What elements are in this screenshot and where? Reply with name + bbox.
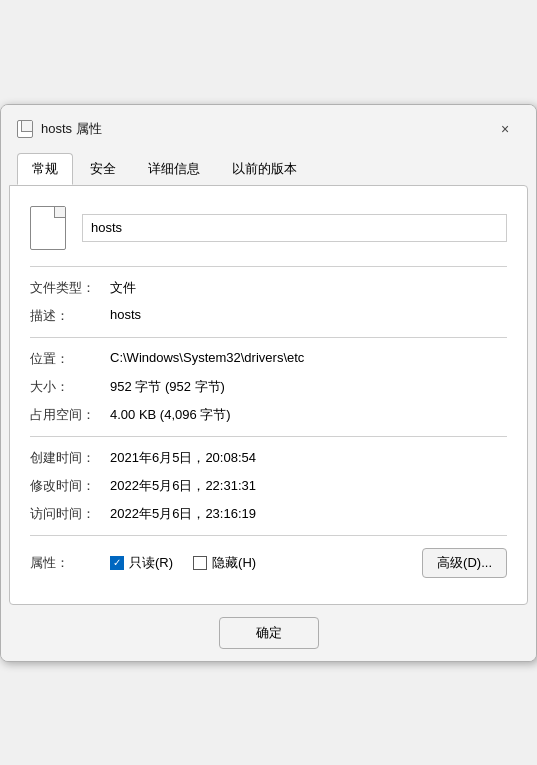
divider-3 <box>30 436 507 437</box>
tab-details[interactable]: 详细信息 <box>133 153 215 185</box>
hidden-checkbox[interactable]: 隐藏(H) <box>193 554 256 572</box>
location-row: 位置： C:\Windows\System32\drivers\etc <box>30 350 507 368</box>
description-label: 描述： <box>30 307 110 325</box>
accessed-row: 访问时间： 2022年5月6日，23:16:19 <box>30 505 507 523</box>
divider-2 <box>30 337 507 338</box>
size-value: 952 字节 (952 字节) <box>110 378 507 396</box>
file-name-input[interactable] <box>82 214 507 242</box>
filetype-label: 文件类型： <box>30 279 110 297</box>
title-bar-left: hosts 属性 <box>17 120 102 138</box>
description-row: 描述： hosts <box>30 307 507 325</box>
attributes-controls: 只读(R) 隐藏(H) 高级(D)... <box>110 548 507 578</box>
tab-content: 文件类型： 文件 描述： hosts 位置： C:\Windows\System… <box>9 185 528 605</box>
hidden-label: 隐藏(H) <box>212 554 256 572</box>
close-button[interactable]: × <box>490 117 520 141</box>
tab-bar: 常规 安全 详细信息 以前的版本 <box>1 145 536 185</box>
description-value: hosts <box>110 307 507 322</box>
modified-value: 2022年5月6日，22:31:31 <box>110 477 507 495</box>
advanced-button[interactable]: 高级(D)... <box>422 548 507 578</box>
modified-row: 修改时间： 2022年5月6日，22:31:31 <box>30 477 507 495</box>
file-icon <box>30 206 66 250</box>
disksize-value: 4.00 KB (4,096 字节) <box>110 406 507 424</box>
attributes-label: 属性： <box>30 554 110 572</box>
ok-button[interactable]: 确定 <box>219 617 319 649</box>
window: hosts 属性 × 常规 安全 详细信息 以前的版本 文件类型： 文件 描述：… <box>0 104 537 662</box>
title-bar: hosts 属性 × <box>1 105 536 141</box>
attributes-row: 属性： 只读(R) 隐藏(H) 高级(D)... <box>30 548 507 578</box>
filetype-row: 文件类型： 文件 <box>30 279 507 297</box>
size-row: 大小： 952 字节 (952 字节) <box>30 378 507 396</box>
tab-previous-versions[interactable]: 以前的版本 <box>217 153 312 185</box>
accessed-value: 2022年5月6日，23:16:19 <box>110 505 507 523</box>
title-file-icon <box>17 120 33 138</box>
size-label: 大小： <box>30 378 110 396</box>
divider-4 <box>30 535 507 536</box>
hidden-checkbox-box[interactable] <box>193 556 207 570</box>
created-label: 创建时间： <box>30 449 110 467</box>
location-value: C:\Windows\System32\drivers\etc <box>110 350 507 365</box>
disksize-label: 占用空间： <box>30 406 110 424</box>
modified-label: 修改时间： <box>30 477 110 495</box>
location-label: 位置： <box>30 350 110 368</box>
created-value: 2021年6月5日，20:08:54 <box>110 449 507 467</box>
tab-security[interactable]: 安全 <box>75 153 131 185</box>
readonly-checkbox-box[interactable] <box>110 556 124 570</box>
file-header <box>30 206 507 250</box>
tab-general[interactable]: 常规 <box>17 153 73 185</box>
window-title: hosts 属性 <box>41 120 102 138</box>
filetype-value: 文件 <box>110 279 507 297</box>
readonly-checkbox[interactable]: 只读(R) <box>110 554 173 572</box>
disksize-row: 占用空间： 4.00 KB (4,096 字节) <box>30 406 507 424</box>
readonly-label: 只读(R) <box>129 554 173 572</box>
bottom-bar: 确定 <box>1 605 536 661</box>
created-row: 创建时间： 2021年6月5日，20:08:54 <box>30 449 507 467</box>
accessed-label: 访问时间： <box>30 505 110 523</box>
divider-1 <box>30 266 507 267</box>
